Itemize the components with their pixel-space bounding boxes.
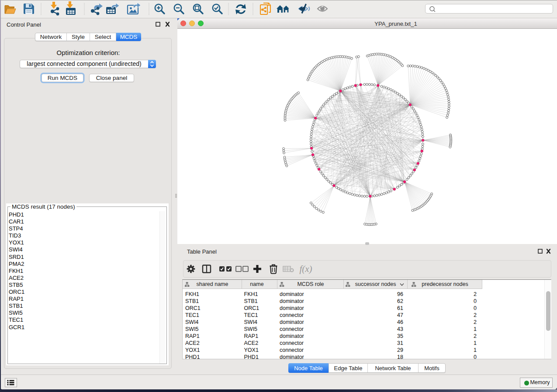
svg-text:f(x): f(x) (299, 264, 312, 274)
